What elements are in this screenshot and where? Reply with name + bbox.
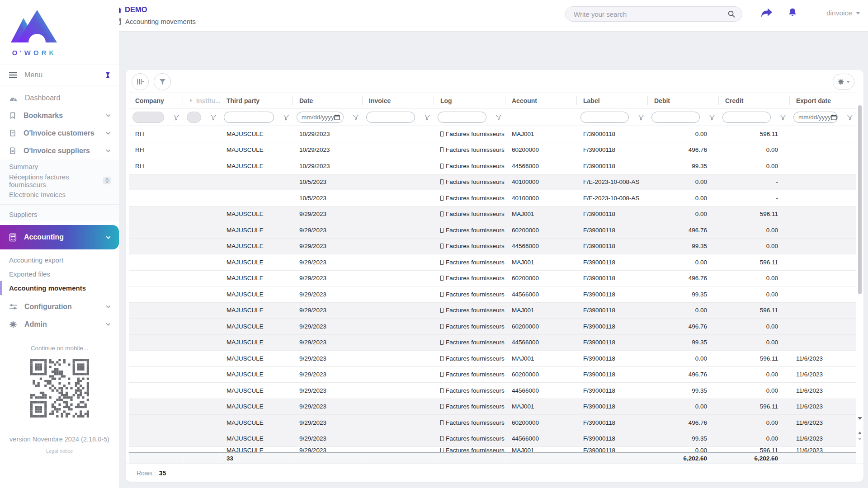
log-label: Factures fournisseurs: [446, 178, 505, 185]
column-header-date[interactable]: Date: [293, 96, 363, 106]
legal-notice-link[interactable]: Legal notice: [0, 448, 119, 454]
column-header-label[interactable]: Label: [577, 96, 648, 106]
column-header-log[interactable]: Log: [434, 96, 505, 106]
filter-funnel-icon[interactable]: [847, 114, 853, 121]
hamburger-icon[interactable]: [9, 72, 17, 78]
mobile-hint: Continue on mobile...: [0, 345, 119, 352]
search-input[interactable]: [574, 10, 727, 18]
column-header-third-party[interactable]: Third party: [220, 96, 293, 106]
cell-debit: 0.00: [648, 211, 719, 217]
table-row[interactable]: MAJUSCULE9/29/2023Factures fournisseurs6…: [129, 222, 856, 239]
column-header-debit[interactable]: Debit: [648, 96, 719, 106]
filter-date-input-export-date[interactable]: mm/dd/yyyy: [793, 112, 838, 123]
sidebar-item-admin[interactable]: Admin: [0, 315, 119, 333]
table-row[interactable]: 10/5/2023Factures fournisseurs40100000F/…: [129, 190, 856, 206]
table-filter-row: mm/dd/yyyymm/dd/yyyy: [129, 108, 856, 126]
calendar-icon[interactable]: [334, 114, 340, 120]
column-header-invoice[interactable]: Invoice: [363, 96, 434, 106]
table-row[interactable]: MAJUSCULE9/29/2023Factures fournisseurs4…: [129, 383, 856, 399]
sidebar-item-suppliers[interactable]: Suppliers: [0, 207, 119, 221]
scroll-down-arrow[interactable]: [858, 417, 862, 420]
sidebar-item-receptions-factures[interactable]: Réceptions factures fournisseurs 0: [0, 174, 119, 188]
column-header-institu[interactable]: Institu...: [183, 96, 220, 106]
share-button[interactable]: [761, 8, 773, 19]
column-header-account[interactable]: Account: [505, 96, 577, 106]
app-logo[interactable]: O'WORK: [0, 0, 119, 56]
breadcrumb-app[interactable]: DEMO: [114, 5, 196, 14]
filter-funnel-icon[interactable]: [638, 114, 644, 121]
filter-input-log[interactable]: [438, 112, 486, 123]
table-row[interactable]: MAJUSCULE9/29/2023Factures fournisseursM…: [129, 351, 856, 367]
filter-date-input-date[interactable]: mm/dd/yyyy: [297, 112, 344, 123]
table-row[interactable]: MAJUSCULE9/29/2023Factures fournisseurs6…: [129, 319, 856, 335]
table-row[interactable]: MAJUSCULE9/29/2023Factures fournisseursM…: [129, 399, 856, 415]
column-header-credit[interactable]: Credit: [719, 96, 790, 106]
cell-third-party: MAJUSCULE: [220, 227, 293, 234]
table-row[interactable]: MAJUSCULE9/29/2023Factures fournisseursM…: [129, 303, 856, 319]
table-row[interactable]: RHMAJUSCULE10/29/2023Factures fournisseu…: [129, 158, 856, 174]
filter-funnel-icon[interactable]: [780, 114, 786, 121]
column-header-label: Invoice: [369, 96, 391, 106]
filter-input-invoice[interactable]: [366, 112, 415, 123]
user-menu[interactable]: dinvoice: [826, 9, 860, 17]
column-group-chevron-icon[interactable]: [189, 98, 193, 103]
scroll-down-arrow[interactable]: [858, 438, 862, 441]
sidebar-item-configuration[interactable]: Configuration: [0, 298, 119, 315]
sidebar-item-accounting-movements[interactable]: Accounting movements: [0, 281, 119, 295]
sidebar-item-bookmarks[interactable]: Bookmarks: [0, 107, 119, 124]
table-row[interactable]: MAJUSCULE9/29/2023Factures fournisseurs4…: [129, 286, 856, 303]
calendar-icon[interactable]: [831, 114, 837, 120]
table-row[interactable]: MAJUSCULE9/29/2023Factures fournisseursM…: [129, 254, 856, 271]
table-row[interactable]: MAJUSCULE9/29/2023Factures fournisseurs4…: [129, 335, 856, 351]
table-row[interactable]: 10/5/2023Factures fournisseurs40100000F/…: [129, 174, 856, 191]
sidebar-item-electronic-invoices[interactable]: Electronic Invoices: [0, 188, 119, 202]
notifications-button[interactable]: [788, 8, 797, 19]
cell-credit: 596.11: [719, 403, 790, 410]
filter-input-credit[interactable]: [722, 112, 771, 123]
hourglass-pin-icon[interactable]: [105, 71, 111, 79]
sidebar-item-exported-files[interactable]: Exported files: [0, 267, 119, 281]
filter-funnel-icon[interactable]: [173, 114, 179, 121]
filter-input-label[interactable]: [580, 112, 629, 123]
table-row[interactable]: MAJUSCULE9/29/2023Factures fournisseurs4…: [129, 239, 856, 255]
filter-funnel-icon[interactable]: [353, 114, 359, 121]
filter-funnel-icon[interactable]: [210, 114, 217, 121]
sidebar-item-label: Accounting: [24, 233, 106, 241]
sidebar-item-accounting[interactable]: Accounting: [0, 225, 119, 249]
columns-button[interactable]: [132, 73, 149, 90]
table-row[interactable]: MAJUSCULE9/29/2023Factures fournisseursM…: [129, 447, 856, 452]
filter-funnel-icon[interactable]: [709, 114, 715, 121]
sidebar-item-oinvoice-suppliers[interactable]: O'Invoice suppliers: [0, 142, 119, 160]
filter-input-debit[interactable]: [651, 112, 700, 123]
cell-account: MAJ001: [505, 307, 577, 314]
table-row[interactable]: MAJUSCULE9/29/2023Factures fournisseurs4…: [129, 431, 856, 447]
vertical-scrollbar[interactable]: [857, 104, 863, 425]
menu-toggle[interactable]: Menu: [0, 65, 119, 85]
table-settings-button[interactable]: [833, 74, 854, 90]
cell-account: 60200000: [505, 371, 577, 378]
search-icon[interactable]: [727, 10, 736, 18]
filter-funnel-icon[interactable]: [283, 114, 289, 121]
table-row[interactable]: RHMAJUSCULE10/29/2023Factures fournisseu…: [129, 126, 856, 142]
table-row[interactable]: RHMAJUSCULE10/29/2023Factures fournisseu…: [129, 142, 856, 159]
cell-log: Factures fournisseurs: [434, 323, 505, 330]
table-row[interactable]: MAJUSCULE9/29/2023Factures fournisseurs6…: [129, 271, 856, 287]
sidebar-item-summary[interactable]: Summary: [0, 160, 119, 174]
table-row[interactable]: MAJUSCULE9/29/2023Factures fournisseurs6…: [129, 367, 856, 383]
sidebar-item-accounting-export[interactable]: Accounting export: [0, 253, 119, 267]
filter-funnel-icon[interactable]: [495, 114, 502, 121]
log-label: Factures fournisseurs: [446, 259, 505, 266]
breadcrumb-page[interactable]: Accounting movements: [114, 18, 196, 25]
filter-funnel-icon[interactable]: [424, 114, 430, 121]
column-header-export-date[interactable]: Export date: [790, 96, 857, 106]
filter-button[interactable]: [154, 73, 171, 90]
column-header-company[interactable]: Company: [129, 96, 183, 106]
scroll-up-arrow[interactable]: [858, 432, 862, 434]
table-row[interactable]: MAJUSCULE9/29/2023Factures fournisseurs6…: [129, 415, 856, 431]
scrollbar-thumb[interactable]: [858, 105, 862, 294]
sidebar-item-oinvoice-customers[interactable]: O'Invoice customers: [0, 124, 119, 142]
table-row[interactable]: MAJUSCULE9/29/2023Factures fournisseursM…: [129, 206, 856, 223]
table-toolbar: [126, 70, 863, 93]
sidebar-item-dashboard[interactable]: Dashboard: [0, 89, 119, 107]
filter-input-third-party[interactable]: [224, 112, 274, 123]
